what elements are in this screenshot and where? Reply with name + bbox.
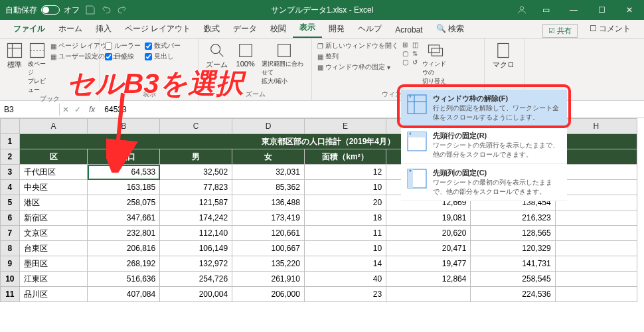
- tab-view[interactable]: 表示: [293, 19, 322, 38]
- split-button[interactable]: ⊞: [402, 41, 408, 48]
- tab-insert[interactable]: 挿入: [89, 20, 118, 38]
- cell[interactable]: 10: [304, 180, 386, 195]
- cell[interactable]: 台東区: [19, 241, 88, 256]
- row-header[interactable]: 1: [1, 134, 20, 149]
- tab-developer[interactable]: 開発: [322, 20, 351, 38]
- select-all-corner[interactable]: [1, 119, 20, 134]
- zoom-selection-button[interactable]: 選択範囲に合わせて 拡大/縮小: [262, 41, 306, 86]
- close-button[interactable]: ✕: [620, 5, 639, 15]
- cell[interactable]: 173,419: [232, 210, 305, 226]
- cell[interactable]: [386, 287, 471, 302]
- fx-icon[interactable]: fx: [84, 105, 100, 114]
- cell[interactable]: 206,816: [88, 241, 160, 256]
- cell[interactable]: 407,084: [88, 287, 160, 302]
- cell[interactable]: 11: [304, 226, 386, 241]
- header-male[interactable]: 男: [160, 149, 232, 165]
- col-header[interactable]: D: [232, 119, 305, 134]
- cell[interactable]: 19,081: [386, 210, 471, 226]
- freeze-panes-button[interactable]: ▦ ウィンドウ枠の固定 ▾: [317, 62, 398, 72]
- tab-review[interactable]: 校閲: [264, 20, 293, 38]
- cell[interactable]: [555, 241, 637, 256]
- user-icon[interactable]: [517, 5, 527, 15]
- cell[interactable]: 100,667: [232, 241, 305, 256]
- new-window-button[interactable]: ❐ 新しいウィンドウを開く: [317, 41, 398, 50]
- cell[interactable]: 216,323: [471, 210, 555, 226]
- cell[interactable]: 163,185: [88, 180, 160, 195]
- row-header[interactable]: 5: [1, 195, 20, 210]
- cell[interactable]: [555, 180, 637, 195]
- cell[interactable]: 千代田区: [19, 165, 88, 180]
- header-blank[interactable]: [555, 149, 637, 165]
- name-box[interactable]: B3: [0, 104, 60, 116]
- tab-home[interactable]: ホーム: [52, 20, 89, 38]
- cell[interactable]: 132,972: [160, 256, 232, 272]
- row-header[interactable]: 7: [1, 226, 20, 241]
- cell[interactable]: 江東区: [19, 272, 88, 287]
- cell[interactable]: [555, 272, 637, 287]
- cell[interactable]: [555, 195, 637, 210]
- side-by-side-button[interactable]: ◫: [412, 41, 418, 48]
- cell[interactable]: 文京区: [19, 226, 88, 241]
- zoom-button[interactable]: ズーム: [204, 41, 229, 70]
- sync-scroll-button[interactable]: ⇅: [412, 50, 418, 57]
- headings-check[interactable]: 見出し: [145, 52, 181, 61]
- freeze-first-col-item[interactable]: * 先頭列の固定(C) ワークシートの最初の列を表示したままで、他の部分をスクロ…: [401, 164, 567, 201]
- row-header[interactable]: 9: [1, 256, 20, 272]
- ribbon-options-icon[interactable]: ▭: [536, 5, 555, 15]
- row-header[interactable]: 2: [1, 149, 20, 165]
- cell[interactable]: 135,220: [232, 256, 305, 272]
- formula-bar-check[interactable]: 数式バー: [145, 41, 181, 50]
- cell[interactable]: 112,140: [160, 226, 232, 241]
- cell[interactable]: 14: [304, 256, 386, 272]
- cell[interactable]: 20,471: [386, 241, 471, 256]
- col-header[interactable]: H: [555, 119, 637, 134]
- cell[interactable]: 中央区: [19, 180, 88, 195]
- cell[interactable]: 77,823: [160, 180, 232, 195]
- ruler-check[interactable]: ルーラー: [105, 41, 141, 50]
- unhide-button[interactable]: ▢: [402, 58, 408, 66]
- row-header[interactable]: 6: [1, 210, 20, 226]
- col-header[interactable]: A: [19, 119, 88, 134]
- cell[interactable]: 347,661: [88, 210, 160, 226]
- cell[interactable]: [555, 256, 637, 272]
- freeze-top-row-item[interactable]: * 先頭行の固定(R) ワークシートの先頭行を表示したままで、他の部分をスクロー…: [401, 127, 567, 164]
- cell[interactable]: 120,329: [471, 241, 555, 256]
- row-header[interactable]: 11: [1, 287, 20, 302]
- cell[interactable]: 174,242: [160, 210, 232, 226]
- switch-window-button[interactable]: ウィンドウの 切り替え: [422, 41, 449, 86]
- cell[interactable]: [555, 165, 637, 180]
- cell[interactable]: 19,477: [386, 256, 471, 272]
- cell[interactable]: 206,000: [232, 287, 305, 302]
- cell[interactable]: 232,801: [88, 226, 160, 241]
- share-button[interactable]: ☑ 共有: [542, 24, 578, 38]
- cell[interactable]: 23: [304, 287, 386, 302]
- cell[interactable]: 106,149: [160, 241, 232, 256]
- cell[interactable]: 254,726: [160, 272, 232, 287]
- cell[interactable]: 258,545: [471, 272, 555, 287]
- cell[interactable]: 10: [304, 241, 386, 256]
- zoom-100-button[interactable]: 100%: [233, 41, 258, 68]
- minimize-button[interactable]: ―: [564, 5, 583, 15]
- tab-search[interactable]: 🔍 検索: [430, 20, 471, 38]
- cell[interactable]: 258,075: [88, 195, 160, 210]
- redo-icon[interactable]: [117, 5, 127, 15]
- header-female[interactable]: 女: [232, 149, 305, 165]
- cell[interactable]: 261,910: [232, 272, 305, 287]
- cell[interactable]: 121,587: [160, 195, 232, 210]
- header-ward[interactable]: 区: [19, 149, 88, 165]
- header-total[interactable]: 総人口: [88, 149, 160, 165]
- cell[interactable]: [555, 287, 637, 302]
- cell[interactable]: 141,731: [471, 256, 555, 272]
- cell[interactable]: 品川区: [19, 287, 88, 302]
- cell[interactable]: 516,636: [88, 272, 160, 287]
- row-header[interactable]: 10: [1, 272, 20, 287]
- gridlines-check[interactable]: 目盛線: [105, 52, 141, 61]
- page-break-button[interactable]: 改ページ プレビュー: [28, 41, 46, 94]
- view-normal-button[interactable]: 標準: [5, 41, 24, 70]
- cell[interactable]: 20,620: [386, 226, 471, 241]
- row-header[interactable]: 3: [1, 165, 20, 180]
- cell[interactable]: 12: [304, 165, 386, 180]
- col-header[interactable]: B: [88, 119, 160, 134]
- cell[interactable]: 12,864: [386, 272, 471, 287]
- macro-button[interactable]: マクロ: [490, 41, 517, 70]
